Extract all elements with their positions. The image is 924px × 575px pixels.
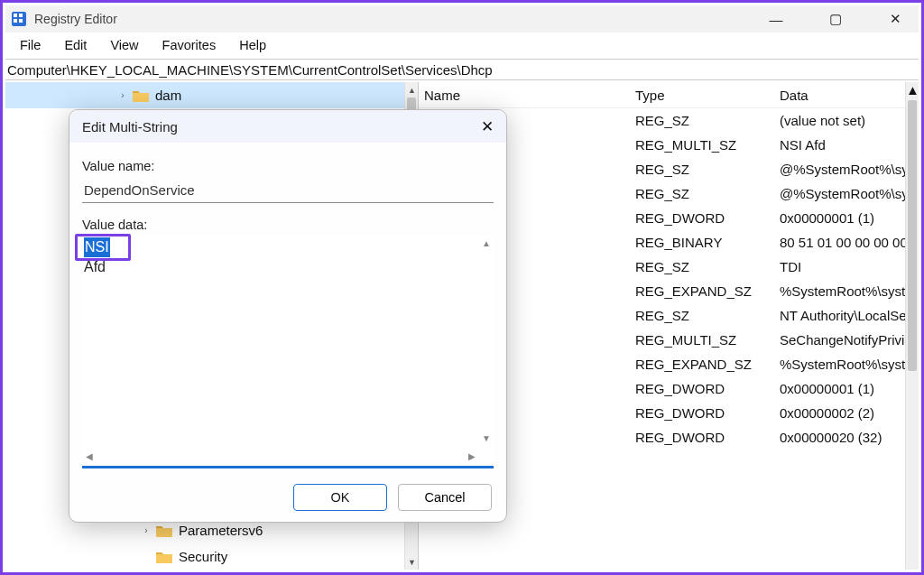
dialog-title: Edit Multi-String xyxy=(82,119,178,134)
value-data-textarea[interactable]: NSI Afd ▲ ▼ ◀ ▶ xyxy=(82,236,494,463)
focus-indicator xyxy=(82,466,494,468)
chevron-right-icon[interactable]: › xyxy=(139,524,153,538)
tree-item-dam[interactable]: › dam xyxy=(5,82,418,108)
address-path: Computer\HKEY_LOCAL_MACHINE\SYSTEM\Curre… xyxy=(7,62,493,78)
svg-rect-2 xyxy=(19,14,23,17)
cell-data: SeChangeNotifyPrivile xyxy=(774,330,919,349)
scroll-down-icon[interactable]: ▼ xyxy=(405,554,419,570)
scroll-up-icon[interactable]: ▲ xyxy=(906,82,919,97)
maximize-button[interactable]: ▢ xyxy=(819,8,852,30)
cell-data: 0x00000002 (2) xyxy=(774,403,919,422)
menu-help[interactable]: Help xyxy=(228,36,277,54)
folder-icon xyxy=(155,524,173,538)
cell-data: @%SystemRoot%\sys xyxy=(774,160,919,179)
cell-type: REG_BINARY xyxy=(630,233,774,252)
cell-type: REG_SZ xyxy=(630,160,774,179)
svg-rect-4 xyxy=(19,19,23,23)
close-icon: ✕ xyxy=(481,117,494,136)
tree-label: dam xyxy=(155,88,181,103)
cell-type: REG_SZ xyxy=(630,257,774,276)
value-data-line-selected: NSI xyxy=(84,237,110,257)
cell-type: REG_SZ xyxy=(630,111,774,130)
scroll-up-icon[interactable]: ▲ xyxy=(405,82,419,97)
tree-label: Security xyxy=(179,549,227,564)
window-controls: — ▢ ✕ xyxy=(760,5,911,32)
maximize-icon: ▢ xyxy=(829,11,842,27)
tree-item-security[interactable]: › Security xyxy=(5,543,404,570)
cell-data: (value not set) xyxy=(774,111,919,130)
cell-data: @%SystemRoot%\sys xyxy=(774,184,919,203)
cell-type: REG_MULTI_SZ xyxy=(630,135,774,154)
cell-type: REG_DWORD xyxy=(630,209,774,227)
menu-view[interactable]: View xyxy=(99,36,149,54)
value-data-lines: NSI Afd xyxy=(84,237,476,441)
col-data[interactable]: Data xyxy=(774,84,919,107)
folder-icon xyxy=(132,88,150,103)
close-icon: ✕ xyxy=(890,11,901,27)
cell-type: REG_EXPAND_SZ xyxy=(630,355,774,374)
cell-data: NSI Afd xyxy=(774,135,919,154)
cancel-button[interactable]: Cancel xyxy=(398,484,492,511)
cell-data: 0x00000001 (1) xyxy=(774,209,919,227)
scroll-down-icon[interactable]: ▼ xyxy=(479,431,494,445)
value-data-label: Value data: xyxy=(82,218,494,232)
scroll-right-icon[interactable]: ▶ xyxy=(465,449,479,463)
cell-data: TDI xyxy=(774,257,919,276)
cell-type: REG_DWORD xyxy=(630,379,774,398)
cell-type: REG_DWORD xyxy=(630,403,774,422)
menu-edit[interactable]: Edit xyxy=(53,36,97,54)
address-bar[interactable]: Computer\HKEY_LOCAL_MACHINE\SYSTEM\Curre… xyxy=(5,59,919,80)
dialog-titlebar[interactable]: Edit Multi-String xyxy=(69,110,506,143)
svg-rect-3 xyxy=(14,19,17,23)
cell-data: 0x00000001 (1) xyxy=(774,379,919,398)
menu-favorites[interactable]: Favorites xyxy=(152,36,227,54)
title-bar[interactable]: Registry Editor — ▢ ✕ xyxy=(5,5,919,32)
value-name-label: Value name: xyxy=(82,159,494,173)
textarea-hscroll[interactable]: ◀ ▶ xyxy=(82,449,479,463)
ok-button[interactable]: OK xyxy=(293,484,387,511)
svg-rect-1 xyxy=(14,14,17,17)
list-header[interactable]: Name Type Data xyxy=(419,82,919,108)
app-frame: Registry Editor — ▢ ✕ File Edit View Fav… xyxy=(0,0,924,575)
cell-type: REG_DWORD xyxy=(630,428,774,447)
menu-file[interactable]: File xyxy=(9,36,51,54)
cell-data: 0x00000020 (32) xyxy=(774,428,919,447)
value-name-field[interactable] xyxy=(82,179,494,203)
minimize-icon: — xyxy=(770,12,783,27)
col-name[interactable]: Name xyxy=(419,84,630,107)
cell-type: REG_MULTI_SZ xyxy=(630,330,774,349)
cell-data: %SystemRoot%\syste xyxy=(774,355,919,374)
value-data-line: Afd xyxy=(84,257,476,277)
close-button[interactable]: ✕ xyxy=(879,8,911,30)
folder-icon xyxy=(155,550,173,564)
scroll-thumb[interactable] xyxy=(908,100,917,371)
scroll-left-icon[interactable]: ◀ xyxy=(82,449,97,463)
window-title: Registry Editor xyxy=(34,12,117,26)
menu-bar: File Edit View Favorites Help xyxy=(5,32,919,57)
dialog-body: Value name: Value data: NSI Afd ▲ ▼ ◀ ▶ xyxy=(82,153,494,471)
registry-icon xyxy=(11,11,27,27)
cell-data: NT Authority\LocalSe xyxy=(774,306,919,325)
minimize-button[interactable]: — xyxy=(760,8,792,30)
scroll-up-icon[interactable]: ▲ xyxy=(479,236,494,250)
tree-label: Parametersv6 xyxy=(179,523,263,538)
chevron-right-icon[interactable]: › xyxy=(116,88,130,103)
cell-type: REG_EXPAND_SZ xyxy=(630,282,774,301)
cell-type: REG_SZ xyxy=(630,184,774,203)
dialog-close-button[interactable]: ✕ xyxy=(476,116,499,137)
cell-data: %SystemRoot%\syste xyxy=(774,282,919,301)
list-scrollbar[interactable]: ▲ ▼ xyxy=(905,82,919,570)
edit-multistring-dialog[interactable]: Edit Multi-String ✕ Value name: Value da… xyxy=(69,109,507,523)
col-type[interactable]: Type xyxy=(630,84,774,107)
dialog-buttons: OK Cancel xyxy=(293,484,492,511)
cell-data: 80 51 01 00 00 00 00 xyxy=(774,233,919,252)
cell-type: REG_SZ xyxy=(630,306,774,325)
textarea-vscroll[interactable]: ▲ ▼ xyxy=(479,236,494,445)
